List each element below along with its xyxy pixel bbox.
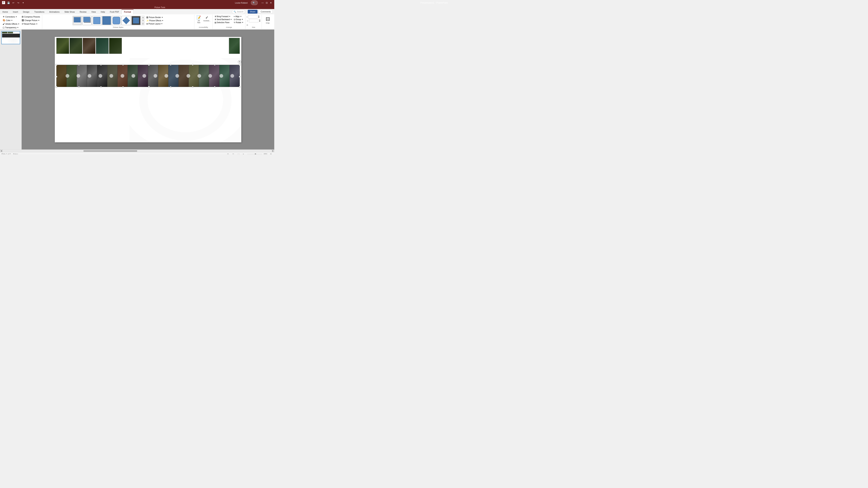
width-input[interactable] xyxy=(249,19,258,23)
handle-tm[interactable] xyxy=(148,64,150,66)
style-thumb-6[interactable] xyxy=(122,16,131,25)
align-button[interactable]: ≡ Align ▼ xyxy=(233,15,244,18)
strip-handle-2[interactable] xyxy=(76,74,80,78)
strip-handle-14[interactable] xyxy=(208,74,212,78)
picture-effects-button[interactable]: ✨ Picture Effects ▼ xyxy=(146,19,164,22)
tab-animations[interactable]: Animations xyxy=(47,9,62,14)
slide-1-thumb[interactable] xyxy=(1,31,20,44)
group-button[interactable]: ⊡ Group ▼ xyxy=(233,18,244,21)
normal-view-button[interactable]: ⊞ xyxy=(226,153,230,154)
strip-handle-4[interactable] xyxy=(98,74,102,78)
send-backward-button[interactable]: ⬇ Send Backward ▼ xyxy=(214,18,232,21)
tab-slideshow[interactable]: Slide Show xyxy=(62,9,77,14)
scroll-thumb[interactable] xyxy=(84,150,137,152)
save-qa-button[interactable]: 💾 xyxy=(6,1,10,5)
rotation-handle[interactable]: ↻ xyxy=(238,60,241,64)
strip-handle-5[interactable] xyxy=(110,74,113,78)
handle-t3[interactable] xyxy=(122,64,124,66)
strip-handle-10[interactable] xyxy=(164,74,168,78)
handle-tl[interactable] xyxy=(56,64,57,66)
style-thumb-5[interactable] xyxy=(112,16,121,25)
close-button[interactable]: ✕ xyxy=(269,1,273,5)
photo-3[interactable] xyxy=(83,38,95,54)
slide-canvas[interactable]: ↻ xyxy=(55,37,241,142)
tab-design[interactable]: Design xyxy=(21,9,32,14)
style-thumb-1[interactable] xyxy=(72,16,82,25)
strip-handle-9[interactable] xyxy=(154,74,157,78)
handle-t2[interactable] xyxy=(100,64,102,66)
strip-handle-1[interactable] xyxy=(66,74,69,78)
strip-handle-11[interactable] xyxy=(175,74,179,78)
handle-bl[interactable] xyxy=(56,86,57,88)
handle-t4[interactable] xyxy=(170,64,172,66)
style-thumb-2[interactable] xyxy=(82,16,92,25)
title-search[interactable]: 🔍 xyxy=(251,1,258,5)
tab-transitions[interactable]: Transitions xyxy=(32,9,47,14)
tab-review[interactable]: Review xyxy=(77,9,89,14)
photo-far-right[interactable] xyxy=(229,38,240,54)
handle-t1[interactable] xyxy=(78,64,80,66)
artistic-effects-button[interactable]: 🖌 Artistic Effects ▼ xyxy=(2,22,20,26)
zoom-thumb[interactable] xyxy=(255,154,256,154)
scroll-right-arrow[interactable]: ▶ xyxy=(272,150,274,152)
handle-ml[interactable] xyxy=(56,76,57,77)
strip-handle-12[interactable] xyxy=(186,74,190,78)
handle-b1[interactable] xyxy=(78,86,80,88)
handle-b6[interactable] xyxy=(214,86,216,88)
handle-mr[interactable] xyxy=(239,76,241,77)
handle-br[interactable] xyxy=(239,86,241,88)
compress-button[interactable]: ⊞ Compress Pictures xyxy=(21,15,41,19)
tab-foxitpdf[interactable]: Foxit PDF xyxy=(107,9,122,14)
handle-b2[interactable] xyxy=(100,86,102,88)
selection-pane-button[interactable]: ▤ Selection Pane xyxy=(214,21,232,24)
strip-handle-3[interactable] xyxy=(88,74,91,78)
reading-view-button[interactable]: 📖 xyxy=(237,153,240,154)
scroll-track[interactable] xyxy=(3,150,271,152)
handle-tr[interactable] xyxy=(239,64,241,66)
strip-handle-13[interactable] xyxy=(197,74,201,78)
customize-qa-button[interactable]: ▼ xyxy=(21,1,25,5)
comments-button[interactable]: Comments xyxy=(259,10,273,13)
fit-slide-button[interactable]: ⊠ xyxy=(269,153,273,154)
gallery-down-arrow[interactable]: ▼ xyxy=(142,19,145,22)
handle-t6[interactable] xyxy=(214,64,216,66)
gallery-up-arrow[interactable]: ▲ xyxy=(142,16,145,19)
slide-show-button[interactable]: ▶ xyxy=(242,153,246,154)
gallery-more-arrow[interactable]: ⊟ xyxy=(142,22,145,25)
handle-b3[interactable] xyxy=(122,86,124,88)
share-button[interactable]: Share xyxy=(248,10,257,13)
strip-handle-7[interactable] xyxy=(131,74,135,78)
bring-forward-button[interactable]: ⬆ Bring Forward ▼ xyxy=(214,15,232,18)
corrections-button[interactable]: ☀ Corrections ▼ xyxy=(2,15,20,19)
alt-text-button[interactable]: 📝 AltText xyxy=(195,15,202,24)
rotate-button[interactable]: ↻ Rotate ▼ xyxy=(233,21,244,24)
color-button[interactable]: 🎨 Color ▼ xyxy=(2,19,20,22)
handle-bm[interactable] xyxy=(148,86,150,88)
width-down[interactable]: ▼ xyxy=(259,21,260,22)
tab-view[interactable]: View xyxy=(89,9,98,14)
height-input[interactable] xyxy=(248,15,257,19)
strip-handle-8[interactable] xyxy=(143,74,146,78)
restore-button[interactable]: ⊡ xyxy=(265,1,269,5)
strip-handle-16[interactable] xyxy=(230,74,234,78)
crop-button[interactable]: ⊟ Crop xyxy=(263,15,272,25)
photo-1[interactable] xyxy=(56,38,69,54)
tab-insert[interactable]: Insert xyxy=(10,9,21,14)
style-thumb-7[interactable] xyxy=(131,16,141,25)
strip-handle-15[interactable] xyxy=(219,74,223,78)
zoom-slider[interactable] xyxy=(247,154,262,154)
picture-layout-button[interactable]: ⊞ Picture Layout ▼ xyxy=(146,23,164,25)
handle-b4[interactable] xyxy=(170,86,172,88)
redo-qa-button[interactable]: ↪ xyxy=(16,1,20,5)
accessibility-check-button[interactable]: ✓ Accessi... xyxy=(203,15,211,22)
undo-qa-button[interactable]: ↩ xyxy=(11,1,16,5)
photo-5[interactable] xyxy=(109,38,122,54)
minimize-button[interactable]: — xyxy=(261,1,265,5)
search-bar[interactable]: 🔍 Search xyxy=(232,9,245,14)
reset-picture-button[interactable]: ↺ Reset Picture ▼ xyxy=(21,22,41,26)
strip-handle-6[interactable] xyxy=(121,74,124,78)
height-down[interactable]: ▼ xyxy=(258,17,259,18)
tab-help[interactable]: Help xyxy=(98,9,107,14)
picture-border-button[interactable]: 🖼 Picture Border ▼ xyxy=(146,16,164,19)
change-picture-button[interactable]: 🖼 Change Picture ▼ xyxy=(21,19,41,22)
